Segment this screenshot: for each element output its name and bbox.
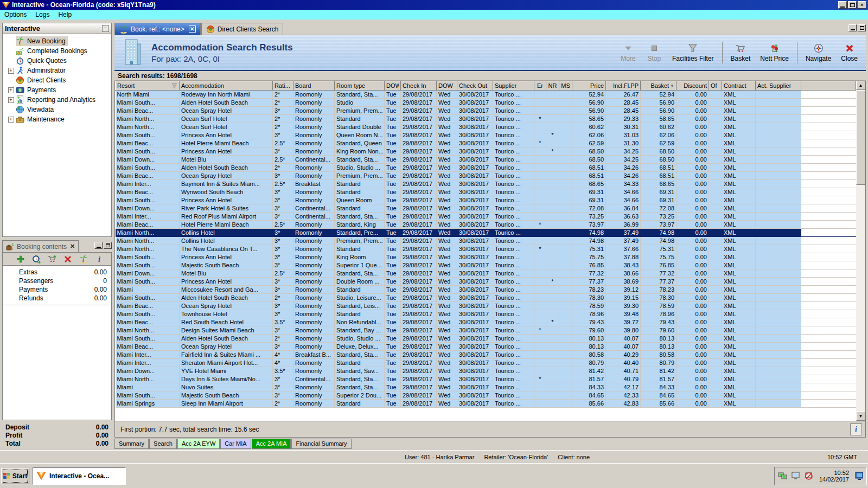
booking-contents-row[interactable]: Refunds0.00 (3, 294, 111, 303)
bottom-tab-summary[interactable]: Summary (114, 439, 149, 449)
scrollbar-thumb[interactable] (856, 90, 865, 185)
column-header-board[interactable]: Board (293, 81, 335, 91)
column-header-act-supplier[interactable]: Act. Supplier (756, 81, 801, 91)
offline-status-icon[interactable] (804, 472, 814, 480)
column-header-basket[interactable]: Basket▼ (641, 81, 676, 91)
sidebar-item-quick-quotes[interactable]: Quick Quotes (3, 56, 111, 66)
nett-price-button[interactable]: Nett Price (756, 42, 793, 63)
table-row[interactable]: Miami North...Design Suites Miami Beach3… (116, 326, 856, 335)
table-row[interactable]: Miami Beac...Red South Beach Hotel3.5*Ro… (116, 318, 856, 326)
column-header-dow[interactable]: DOW (385, 81, 401, 91)
start-button[interactable]: Start (1, 468, 29, 484)
column-header-check-in[interactable]: Check In (401, 81, 437, 91)
bottom-tab-acc-2a-eyw[interactable]: Acc 2A EYW (177, 439, 220, 449)
column-header-nr[interactable]: NR (546, 81, 559, 91)
column-header-check-out[interactable]: Check Out (457, 81, 493, 91)
booking-contents-tab[interactable]: Booking contents ✕ (2, 240, 79, 252)
expand-icon[interactable]: + (8, 68, 14, 74)
bottom-tab-search[interactable]: Search (149, 439, 177, 449)
network-status-icon[interactable] (778, 472, 788, 480)
table-row[interactable]: Miami South...Alden Hotel South Beach2*R… (116, 164, 856, 172)
column-header-contract[interactable]: Contract (722, 81, 756, 91)
column-header-ms[interactable]: MS (559, 81, 572, 91)
expand-icon[interactable]: + (8, 87, 14, 93)
column-header-accommodation[interactable]: Accommodation (180, 81, 273, 91)
table-row[interactable]: Miami Beac...Ocean Spray Hotel3*Roomonly… (116, 343, 856, 351)
table-row[interactable]: Miami South...Princess Ann Hotel3*Roomon… (116, 253, 856, 261)
column-header-of[interactable]: Of (709, 81, 722, 91)
table-row[interactable]: Miami SpringsSleep Inn Miami Airport2*Ro… (116, 400, 856, 408)
sidebar-item-administrator[interactable]: +Administrator (3, 66, 111, 75)
close-button[interactable]: Close (837, 42, 861, 63)
menu-help[interactable]: Help (54, 10, 76, 19)
table-row[interactable]: Miami South...Majestic South Beach3*Room… (116, 391, 856, 400)
expand-icon[interactable]: + (8, 117, 14, 123)
tab-close-icon[interactable]: ✕ (189, 25, 196, 33)
column-header-discount[interactable]: Discount (676, 81, 709, 91)
column-header-er[interactable]: Er (534, 81, 546, 91)
table-row[interactable]: Miami South...Princess Ann Hotel3*Roomon… (116, 196, 856, 204)
booking-panel-maximize-button[interactable] (104, 242, 112, 249)
filter-funnel-icon[interactable] (171, 83, 177, 89)
sidebar-item-direct-clients[interactable]: Direct Clients (3, 75, 111, 85)
menu-logs[interactable]: Logs (31, 10, 54, 19)
basket-button[interactable]: Basket (727, 42, 755, 63)
sidebar-item-maintenance[interactable]: +Maintenance (3, 114, 111, 124)
tab-book-ref-none-[interactable]: Book. ref.: <none>✕ (114, 23, 201, 35)
table-row[interactable]: Miami Beac...Wynwood South Beach3*Roomon… (116, 188, 856, 196)
column-header-price[interactable]: Price (572, 81, 606, 91)
table-row[interactable]: Miami Down...River Park Hotel & Suites3*… (116, 204, 856, 213)
basket-add-icon[interactable] (48, 255, 56, 264)
table-row[interactable]: Miami South...Townhouse Hotel3*RoomonlyS… (116, 310, 856, 318)
taskbar-task-button[interactable]: Interactive - Ocea... (33, 467, 126, 485)
table-row[interactable]: Miami Beac...Ocean Spray Hotel3*Roomonly… (116, 302, 856, 310)
sidebar-item-new-booking[interactable]: New Booking (3, 36, 111, 46)
table-row[interactable]: Miami North...Ocean Surf Hotel2*Roomonly… (116, 123, 856, 131)
table-row[interactable]: Miami Down...Motel Blu2.5*RoomonlyStanda… (116, 269, 856, 278)
sidebar-item-payments[interactable]: +Payments (3, 85, 111, 95)
history-clock-icon[interactable] (32, 255, 41, 264)
maximize-button[interactable] (848, 1, 857, 9)
info-icon[interactable]: i (95, 255, 104, 264)
bottom-tab-financial-summary[interactable]: Financial Summary (291, 439, 351, 449)
column-header-dow[interactable]: DOW (437, 81, 457, 91)
bottom-tab-acc-2a-mia[interactable]: Acc 2A MIA (252, 439, 291, 449)
main-minimize-button[interactable] (848, 24, 857, 31)
table-row[interactable]: Miami Beac...Hotel Pierre Miami Beach2.5… (116, 221, 856, 229)
delete-icon[interactable] (63, 255, 72, 264)
info-button[interactable]: i (850, 423, 862, 435)
column-header-resort[interactable]: Resort (116, 81, 180, 91)
palm-tree-icon[interactable] (79, 255, 88, 264)
booking-contents-row[interactable]: Payments0.00 (3, 285, 111, 294)
table-row[interactable]: Miami Inter...Baymont Inn & Suites Miam.… (116, 180, 856, 188)
table-row[interactable]: Miami Beac...Hotel Pierre Miami Beach2.5… (116, 139, 856, 147)
tray-monitor-icon[interactable] (854, 471, 863, 481)
column-header-supplier[interactable]: Supplier (493, 81, 534, 91)
table-row[interactable]: Miami Beac...Ocean Spray Hotel3*Roomonly… (116, 107, 856, 115)
booking-contents-row[interactable]: Extras0.00 (3, 268, 111, 277)
sidebar-item-viewdata[interactable]: Viewdata (3, 105, 111, 114)
table-row[interactable]: Miami South...Majestic South Beach3*Room… (116, 261, 856, 269)
table-row[interactable]: Miami Down...Motel Blu2.5*Continental...… (116, 156, 856, 164)
scrollbar-track[interactable] (856, 185, 865, 412)
scroll-down-button[interactable]: ▼ (856, 412, 865, 421)
scroll-up-button[interactable]: ▲ (856, 81, 865, 90)
vertical-scrollbar[interactable]: ▲ ▼ (856, 81, 865, 421)
table-row[interactable]: Miami North...The New Casablanca On T...… (116, 245, 856, 253)
table-row[interactable]: Miami North...Ocean Surf Hotel2*Roomonly… (116, 115, 856, 123)
table-row[interactable]: Miami South...Alden Hotel South Beach2*R… (116, 335, 856, 343)
booking-panel-minimize-button[interactable] (94, 242, 103, 249)
table-row[interactable]: Miami South...Alden Hotel South Beach2*R… (116, 294, 856, 302)
expand-icon[interactable]: + (8, 97, 14, 103)
table-row[interactable]: Miami South...Princess Ann Hotel3*Roomon… (116, 147, 856, 156)
facilities-filter-button[interactable]: Facilities Filter (668, 42, 718, 63)
table-row[interactable]: Miami Inter...Sheraton Miami Airport Hot… (116, 359, 856, 367)
column-header-room-type[interactable]: Room type (335, 81, 385, 91)
close-window-button[interactable]: × (858, 1, 866, 9)
table-row[interactable]: Miami Inter...Fairfield Inn & Suites Mia… (116, 351, 856, 359)
table-row[interactable]: MiamiNuvo Suites3*RoomonlyStandard, Sta.… (116, 383, 856, 391)
table-row[interactable]: Miami North...Collins Hotel3*RoomonlySta… (116, 229, 856, 237)
table-row[interactable]: Miami North...Collins Hotel3*RoomonlyPre… (116, 237, 856, 245)
sidebar-item-reporting-and-analytics[interactable]: +Reporting and Analytics (3, 95, 111, 105)
collapse-panel-button[interactable]: − (102, 25, 109, 32)
